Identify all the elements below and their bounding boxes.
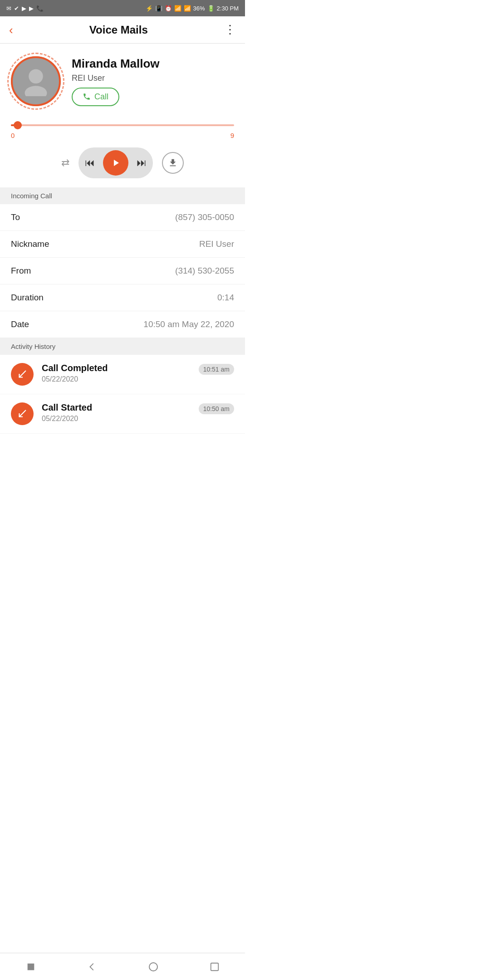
status-bar: ✉ ✔ ▶ ▶ 📞 ⚡ 📳 ⏰ 📶 📶 36% 🔋 2:30 PM <box>0 0 245 16</box>
activity-title-completed: Call Completed <box>42 363 191 373</box>
label-nickname: Nickname <box>11 239 49 249</box>
call-completed-icon <box>11 363 34 386</box>
call-started-icon <box>11 402 34 425</box>
call-icon <box>83 93 91 101</box>
info-row-duration: Duration 0:14 <box>0 284 245 311</box>
status-icons: ✉ ✔ ▶ ▶ 📞 <box>6 5 44 12</box>
page-title: Voice Mails <box>89 24 148 36</box>
label-date: Date <box>11 319 29 329</box>
phone-down-icon <box>16 368 28 380</box>
profile-name: Miranda Mallow <box>72 57 160 71</box>
profile-section: Miranda Mallow REI User Call <box>0 44 245 115</box>
call-label: Call <box>94 92 108 102</box>
activity-item-started: Call Started 05/22/2020 10:50 am <box>0 394 245 434</box>
profile-info: Miranda Mallow REI User Call <box>72 57 160 106</box>
label-to: To <box>11 212 20 222</box>
info-row-nickname: Nickname REI User <box>0 231 245 258</box>
audio-slider[interactable] <box>11 120 234 131</box>
youtube2-icon: ▶ <box>29 5 34 12</box>
mail-icon: ✉ <box>6 5 11 12</box>
activity-time-completed: 10:51 am <box>199 364 234 375</box>
value-nickname: REI User <box>199 239 234 249</box>
activity-history-header: Activity History <box>0 338 245 355</box>
alarm-icon: ⏰ <box>165 5 172 12</box>
time: 2:30 PM <box>217 5 239 12</box>
info-row-from: From (314) 530-2055 <box>0 258 245 284</box>
back-button[interactable]: ‹ <box>9 24 13 36</box>
activity-time-started: 10:50 am <box>199 403 234 414</box>
more-menu-button[interactable]: ⋮ <box>224 23 236 37</box>
activity-date-started: 05/22/2020 <box>42 415 191 423</box>
value-to: (857) 305-0050 <box>175 212 234 222</box>
avatar-solid-ring <box>11 56 61 106</box>
incoming-call-label: Incoming Call <box>11 192 52 200</box>
activity-date-completed: 05/22/2020 <box>42 375 191 383</box>
audio-section: 0 9 ⇄ ⏮ ⏭ <box>0 115 245 187</box>
profile-role: REI User <box>72 74 160 83</box>
status-right: ⚡ 📳 ⏰ 📶 📶 36% 🔋 2:30 PM <box>146 5 239 12</box>
wifi-icon: 📶 <box>174 5 181 12</box>
youtube-icon: ▶ <box>22 5 26 12</box>
play-button[interactable] <box>103 150 128 176</box>
time-end: 9 <box>230 132 234 139</box>
slider-labels: 0 9 <box>11 132 234 139</box>
info-row-to: To (857) 305-0050 <box>0 204 245 231</box>
battery-icon: 🔋 <box>207 5 215 12</box>
repeat-button[interactable]: ⇄ <box>61 157 69 169</box>
playback-controls: ⏮ ⏭ <box>78 147 153 178</box>
value-duration: 0:14 <box>217 293 234 303</box>
activity-title-started: Call Started <box>42 402 191 413</box>
play-icon <box>110 157 121 168</box>
label-duration: Duration <box>11 293 44 303</box>
value-date: 10:50 am May 22, 2020 <box>143 319 234 329</box>
signal-icon: 📶 <box>184 5 191 12</box>
battery-percent: 36% <box>193 5 205 12</box>
download-icon <box>168 158 178 168</box>
forward-button[interactable]: ⏭ <box>137 157 147 169</box>
vibrate-icon: 📳 <box>155 5 162 12</box>
slider-thumb[interactable] <box>14 121 22 129</box>
time-start: 0 <box>11 132 15 139</box>
activity-content-started: Call Started 05/22/2020 <box>42 402 191 423</box>
slider-track <box>11 124 234 126</box>
phone-down-icon2 <box>16 408 28 420</box>
incoming-call-header: Incoming Call <box>0 187 245 204</box>
label-from: From <box>11 266 31 276</box>
check-icon: ✔ <box>14 5 19 12</box>
call-button[interactable]: Call <box>72 88 119 106</box>
bluetooth-icon: ⚡ <box>146 5 153 12</box>
info-rows: To (857) 305-0050 Nickname REI User From… <box>0 204 245 338</box>
activity-history-label: Activity History <box>11 343 55 350</box>
rewind-button[interactable]: ⏮ <box>85 157 95 169</box>
top-bar: ‹ Voice Mails ⋮ <box>0 16 245 44</box>
activity-content-completed: Call Completed 05/22/2020 <box>42 363 191 383</box>
download-button[interactable] <box>162 152 184 174</box>
controls-row: ⇄ ⏮ ⏭ <box>11 144 234 187</box>
activity-item-completed: Call Completed 05/22/2020 10:51 am <box>0 355 245 394</box>
avatar-container <box>11 56 61 106</box>
info-row-date: Date 10:50 am May 22, 2020 <box>0 311 245 338</box>
phone-icon: 📞 <box>36 5 44 12</box>
value-from: (314) 530-2055 <box>175 266 234 276</box>
